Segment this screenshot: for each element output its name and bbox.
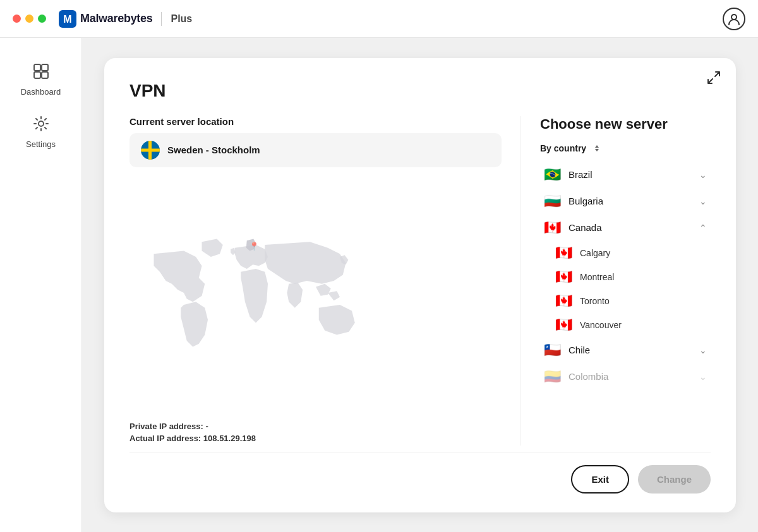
bulgaria-chevron: ⌄ [699,196,707,206]
current-server-label: Current server location [129,116,502,127]
vpn-title: VPN [129,81,711,101]
filter-row: By country [540,143,711,154]
vancouver-flag: 🇨🇦 [555,318,572,332]
canada-flag: 🇨🇦 [544,221,561,235]
city-item-toronto[interactable]: 🇨🇦 Toronto [540,289,711,313]
right-panel: Choose new server By country [521,116,711,446]
brazil-name: Brazil [568,169,692,180]
colombia-chevron: ⌄ [699,372,707,382]
world-map: 📍 [136,223,376,362]
app-plan: Plus [171,13,192,25]
montreal-flag: 🇨🇦 [555,270,572,284]
choose-server-title: Choose new server [540,116,711,133]
sidebar-item-dashboard[interactable]: Dashboard [9,57,73,103]
logo-divider [161,12,162,26]
sort-toggle-button[interactable] [591,143,603,154]
svg-rect-5 [34,72,40,78]
bulgaria-name: Bulgaria [568,196,692,206]
logo: M Malwarebytes Plus [59,10,192,28]
private-ip-label: Private IP address: [129,422,203,431]
vpn-card: VPN Current server location Sweden - Sto… [104,58,736,512]
canada-chevron: ⌃ [699,223,707,233]
svg-rect-4 [42,64,48,71]
titlebar: M Malwarebytes Plus [0,0,758,38]
private-ip-row: Private IP address: - [129,422,502,431]
brazil-chevron: ⌄ [699,170,707,180]
private-ip-value: - [205,422,208,431]
actual-ip-value: 108.51.29.198 [203,434,256,443]
dashboard-label: Dashboard [21,87,61,97]
city-item-vancouver[interactable]: 🇨🇦 Vancouver [540,313,711,337]
collapse-icon[interactable] [707,71,721,88]
city-item-montreal[interactable]: 🇨🇦 Montreal [540,265,711,289]
country-row-canada[interactable]: 🇨🇦 Canada ⌃ [540,215,711,241]
chile-name: Chile [568,345,692,355]
canada-name: Canada [568,222,692,233]
bulgaria-flag: 🇧🇬 [544,194,561,208]
server-list[interactable]: 🇧🇷 Brazil ⌄ 🇧🇬 Bulgaria ⌄ 🇨🇦 [540,162,711,446]
toronto-name: Toronto [580,296,610,306]
svg-point-2 [731,15,737,20]
actual-ip-row: Actual IP address: 108.51.29.198 [129,434,502,443]
brazil-flag: 🇧🇷 [544,168,561,182]
settings-icon [33,115,49,136]
country-row-brazil[interactable]: 🇧🇷 Brazil ⌄ [540,162,711,188]
toronto-flag: 🇨🇦 [555,294,572,308]
user-avatar-button[interactable] [723,8,745,30]
exit-button[interactable]: Exit [571,465,629,494]
map-container: 📍 [129,177,502,411]
calgary-flag: 🇨🇦 [555,246,572,260]
country-row-colombia[interactable]: 🇨🇴 Colombia ⌄ [540,364,711,390]
svg-point-7 [39,121,44,126]
traffic-lights [13,15,46,23]
colombia-name: Colombia [568,371,692,382]
map-wrapper: 📍 [136,223,376,365]
close-button[interactable] [13,15,21,23]
current-server-badge: Sweden - Stockholm [129,133,502,167]
montreal-name: Montreal [580,272,614,282]
titlebar-left: M Malwarebytes Plus [13,10,192,28]
city-item-calgary[interactable]: 🇨🇦 Calgary [540,241,711,265]
actual-ip-label: Actual IP address: [129,434,201,443]
country-row-chile[interactable]: 🇨🇱 Chile ⌄ [540,337,711,364]
chile-chevron: ⌄ [699,345,707,355]
card-body: Current server location Sweden - Stockho… [129,116,711,446]
app-name: Malwarebytes [80,12,152,25]
dashboard-icon [33,63,49,83]
malwarebytes-logo-icon: M [59,10,76,28]
svg-text:M: M [63,14,71,25]
sidebar-item-settings[interactable]: Settings [9,109,73,155]
chile-flag: 🇨🇱 [544,343,561,357]
current-server-name: Sweden - Stockholm [167,145,260,155]
calgary-name: Calgary [580,248,610,258]
svg-text:📍: 📍 [249,241,260,252]
left-panel: Current server location Sweden - Stockho… [129,116,521,446]
country-row-bulgaria[interactable]: 🇧🇬 Bulgaria ⌄ [540,188,711,215]
svg-rect-3 [34,64,40,71]
card-footer: Exit Change [129,452,711,494]
settings-label: Settings [26,139,56,149]
change-button[interactable]: Change [638,465,711,494]
sweden-flag-icon [141,141,160,160]
colombia-flag: 🇨🇴 [544,370,561,384]
content-area: VPN Current server location Sweden - Sto… [82,38,758,532]
ip-info: Private IP address: - Actual IP address:… [129,422,502,446]
sidebar: Dashboard Settings [0,38,82,532]
minimize-button[interactable] [25,15,33,23]
svg-rect-6 [42,72,48,78]
main-layout: Dashboard Settings VPN [0,38,758,532]
vancouver-name: Vancouver [580,320,622,330]
filter-label: By country [540,143,586,153]
maximize-button[interactable] [38,15,46,23]
